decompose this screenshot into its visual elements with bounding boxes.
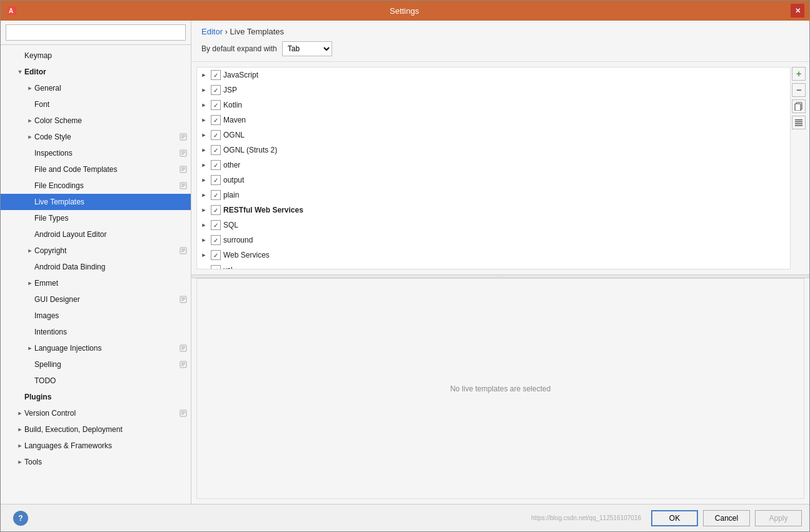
template-group-jsp[interactable]: ►JSP bbox=[197, 83, 790, 98]
sidebar-item-file-types[interactable]: File Types bbox=[1, 210, 191, 226]
svg-rect-32 bbox=[181, 364, 185, 364]
template-group-output[interactable]: ►output bbox=[197, 173, 790, 188]
group-checkbox[interactable] bbox=[211, 250, 221, 260]
remove-button[interactable]: − bbox=[792, 83, 806, 97]
sidebar-item-build-execution-deployment[interactable]: ►Build, Execution, Deployment bbox=[1, 421, 191, 438]
svg-rect-8 bbox=[181, 153, 185, 153]
template-group-maven[interactable]: ►Maven bbox=[197, 113, 790, 128]
sidebar-item-live-templates[interactable]: Live Templates bbox=[1, 194, 191, 210]
sidebar-item-label: File Encodings bbox=[34, 181, 178, 190]
template-group-plain[interactable]: ►plain bbox=[197, 188, 790, 203]
sidebar-item-intentions[interactable]: Intentions bbox=[1, 324, 191, 340]
template-group-web-services[interactable]: ►Web Services bbox=[197, 248, 790, 263]
template-button[interactable] bbox=[792, 116, 806, 129]
add-button[interactable]: + bbox=[792, 67, 806, 81]
group-checkbox[interactable] bbox=[211, 160, 221, 170]
template-group-ognl[interactable]: ►OGNL bbox=[197, 128, 790, 143]
sidebar-item-gui-designer[interactable]: GUI Designer bbox=[1, 291, 191, 308]
template-group-sql[interactable]: ►SQL bbox=[197, 218, 790, 233]
group-checkbox[interactable] bbox=[211, 205, 221, 215]
svg-rect-5 bbox=[181, 138, 184, 138]
copy-button[interactable] bbox=[792, 99, 806, 113]
sidebar-item-languages-frameworks[interactable]: ►Languages & Frameworks bbox=[1, 438, 191, 454]
sidebar-item-images[interactable]: Images bbox=[1, 308, 191, 324]
sidebar-item-editor[interactable]: ▼Editor bbox=[1, 64, 191, 80]
group-checkbox[interactable] bbox=[211, 70, 221, 80]
sidebar-item-todo[interactable]: TODO bbox=[1, 373, 191, 389]
sidebar-item-language-injections[interactable]: ►Language Injections bbox=[1, 340, 191, 356]
group-label: plain bbox=[223, 191, 239, 199]
template-group-ognl-struts[interactable]: ►OGNL (Struts 2) bbox=[197, 143, 790, 158]
sidebar-item-file-encodings[interactable]: File Encodings bbox=[1, 178, 191, 194]
page-icon bbox=[178, 294, 188, 304]
expand-select[interactable]: Tab Enter Space bbox=[282, 41, 332, 56]
breadcrumb-parent[interactable]: Editor bbox=[201, 27, 223, 36]
group-label: OGNL (Struts 2) bbox=[223, 146, 277, 154]
svg-rect-28 bbox=[181, 348, 185, 348]
group-checkbox[interactable] bbox=[211, 115, 221, 125]
help-button[interactable]: ? bbox=[13, 511, 28, 526]
svg-rect-37 bbox=[181, 414, 184, 414]
group-label: output bbox=[223, 176, 244, 184]
cancel-button[interactable]: Cancel bbox=[703, 510, 750, 526]
group-chevron-icon: ► bbox=[200, 162, 208, 168]
sidebar-item-label: Version Control bbox=[24, 409, 178, 418]
svg-rect-16 bbox=[181, 185, 185, 186]
group-checkbox[interactable] bbox=[211, 265, 221, 269]
chevron-icon: ► bbox=[16, 441, 24, 450]
ok-button[interactable]: OK bbox=[651, 510, 698, 526]
group-checkbox[interactable] bbox=[211, 130, 221, 140]
template-group-surround[interactable]: ►surround bbox=[197, 233, 790, 248]
sidebar-item-label: File and Code Templates bbox=[34, 165, 178, 174]
group-checkbox[interactable] bbox=[211, 235, 221, 245]
group-checkbox[interactable] bbox=[211, 85, 221, 95]
group-label: SQL bbox=[223, 221, 238, 229]
svg-text:A: A bbox=[9, 8, 13, 14]
group-checkbox[interactable] bbox=[211, 190, 221, 200]
sidebar-item-android-data-binding[interactable]: Android Data Binding bbox=[1, 259, 191, 275]
expand-label: By default expand with bbox=[201, 44, 277, 53]
sidebar-item-version-control[interactable]: ►Version Control bbox=[1, 405, 191, 421]
svg-rect-9 bbox=[181, 154, 184, 154]
apply-button[interactable]: Apply bbox=[755, 510, 802, 526]
template-group-other[interactable]: ►other bbox=[197, 158, 790, 173]
sidebar-item-font[interactable]: Font bbox=[1, 96, 191, 113]
page-icon bbox=[178, 181, 188, 191]
svg-rect-19 bbox=[181, 249, 185, 249]
group-checkbox[interactable] bbox=[211, 175, 221, 185]
sidebar-item-tools[interactable]: ►Tools bbox=[1, 454, 191, 470]
sidebar-item-emmet[interactable]: ►Emmet bbox=[1, 275, 191, 291]
svg-rect-3 bbox=[181, 135, 185, 136]
template-group-kotlin[interactable]: ►Kotlin bbox=[197, 98, 790, 113]
group-checkbox[interactable] bbox=[211, 145, 221, 155]
search-input[interactable] bbox=[6, 24, 186, 41]
sidebar-item-spelling[interactable]: Spelling bbox=[1, 356, 191, 373]
sidebar-item-label: Keymap bbox=[24, 51, 188, 60]
expand-row: By default expand with Tab Enter Space bbox=[201, 41, 799, 56]
sidebar-item-plugins[interactable]: Plugins bbox=[1, 389, 191, 405]
right-panel: Editor › Live Templates By default expan… bbox=[191, 21, 809, 504]
sidebar-item-general[interactable]: ►General bbox=[1, 80, 191, 96]
template-group-xsl[interactable]: ►xsl bbox=[197, 263, 790, 269]
svg-rect-39 bbox=[795, 104, 801, 111]
svg-rect-27 bbox=[181, 346, 185, 347]
sidebar-item-copyright[interactable]: ►Copyright bbox=[1, 243, 191, 259]
sidebar-item-inspections[interactable]: Inspections bbox=[1, 145, 191, 161]
page-icon bbox=[178, 132, 188, 142]
sidebar-item-label: Android Layout Editor bbox=[34, 230, 188, 239]
close-button[interactable]: ✕ bbox=[791, 4, 804, 18]
sidebar-item-color-scheme[interactable]: ►Color Scheme bbox=[1, 113, 191, 129]
group-checkbox[interactable] bbox=[211, 100, 221, 110]
sidebar-item-code-style[interactable]: ►Code Style bbox=[1, 129, 191, 145]
group-checkbox[interactable] bbox=[211, 220, 221, 230]
template-group-javascript[interactable]: ►JavaScript bbox=[197, 68, 790, 83]
sidebar-item-file-code-templates[interactable]: File and Code Templates bbox=[1, 161, 191, 178]
sidebar-item-label: Copyright bbox=[34, 246, 178, 255]
breadcrumb-current: Live Templates bbox=[230, 27, 284, 36]
sidebar-item-keymap[interactable]: Keymap bbox=[1, 48, 191, 64]
chevron-icon: ► bbox=[26, 246, 34, 255]
sidebar-item-label: Languages & Frameworks bbox=[24, 441, 188, 450]
sidebar-item-android-layout-editor[interactable]: Android Layout Editor bbox=[1, 226, 191, 243]
template-group-restful[interactable]: ►RESTful Web Services bbox=[197, 203, 790, 218]
sidebar-item-label: Color Scheme bbox=[34, 116, 188, 125]
